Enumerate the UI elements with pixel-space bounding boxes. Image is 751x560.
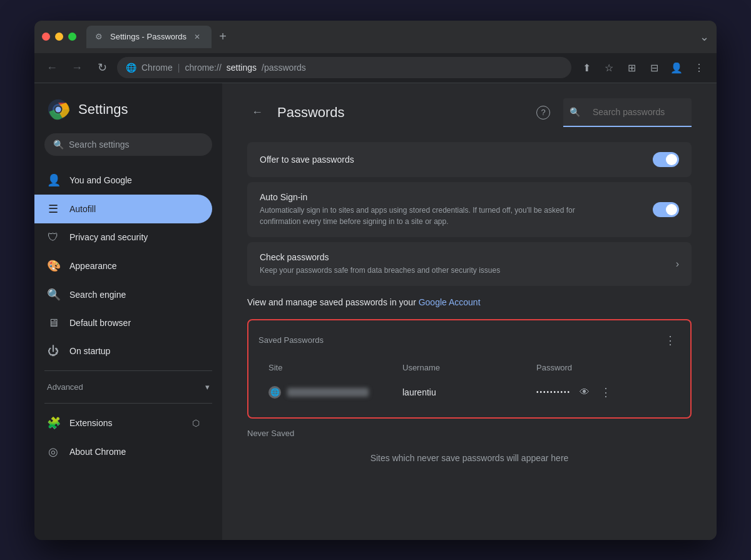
refresh-icon: ↻ bbox=[98, 61, 107, 74]
more-button[interactable]: ⋮ bbox=[689, 58, 709, 78]
password-row-more-button[interactable]: ⋮ bbox=[598, 385, 613, 400]
tab-bar: ⚙ Settings - Passwords ✕ + ⌄ bbox=[86, 26, 709, 48]
password-row-more-icon: ⋮ bbox=[600, 385, 611, 399]
never-saved-empty-text: Sites which never save passwords will ap… bbox=[247, 443, 692, 473]
google-account-link[interactable]: Google Account bbox=[419, 297, 481, 307]
window-controls bbox=[42, 33, 76, 41]
sidebar-item-appearance[interactable]: 🎨 Appearance bbox=[34, 252, 212, 280]
more-icon: ⋮ bbox=[694, 62, 704, 74]
sidebar-item-about-chrome[interactable]: ◎ About Chrome bbox=[34, 437, 212, 466]
saved-passwords-more-button[interactable]: ⋮ bbox=[660, 330, 680, 350]
url-bar[interactable]: 🌐 Chrome | chrome://settings/passwords bbox=[117, 57, 571, 78]
globe-icon: 🌐 bbox=[270, 388, 280, 397]
eye-icon: 👁 bbox=[580, 387, 590, 398]
sidebar-label-autofill: Autofill bbox=[69, 204, 96, 214]
sidebar-label-you-and-google: You and Google bbox=[69, 175, 132, 185]
site-column-header: Site bbox=[268, 363, 402, 372]
sidebar-label-appearance: Appearance bbox=[69, 261, 117, 271]
sidebar-item-extensions[interactable]: 🧩 Extensions ⬡ bbox=[34, 409, 212, 437]
page-title: Passwords bbox=[277, 104, 523, 121]
sidebar-item-on-startup[interactable]: ⏻ On startup bbox=[34, 337, 212, 365]
check-passwords-text: Check passwords Keep your passwords safe… bbox=[260, 252, 500, 276]
auto-signin-text: Auto Sign-in Automatically sign in to si… bbox=[260, 192, 604, 227]
url-settings: settings bbox=[227, 63, 257, 73]
user-icon: 👤 bbox=[47, 173, 59, 187]
bookmark-icon: ☆ bbox=[605, 62, 613, 74]
sidebar-item-you-and-google[interactable]: 👤 You and Google bbox=[34, 166, 212, 195]
check-passwords-desc: Keep your passwords safe from data breac… bbox=[260, 265, 500, 276]
toolbar-icons: ⬆ ☆ ⊞ ⊟ 👤 ⋮ bbox=[576, 58, 709, 78]
tab-close-button[interactable]: ✕ bbox=[192, 31, 203, 43]
sidebar-label-search-engine: Search engine bbox=[69, 290, 126, 300]
table-row[interactable]: 🌐 laurentiu •••••••••• 👁 bbox=[258, 377, 680, 407]
check-passwords-row[interactable]: Check passwords Keep your passwords safe… bbox=[247, 242, 692, 286]
back-to-autofill-button[interactable]: ← bbox=[247, 103, 267, 123]
advanced-label: Advanced bbox=[47, 382, 83, 392]
advanced-chevron-icon: ▾ bbox=[205, 382, 210, 392]
auto-signin-content: Auto Sign-in Automatically sign in to si… bbox=[260, 192, 679, 227]
sidebar-search[interactable]: 🔍 Search settings bbox=[44, 133, 212, 156]
search-placeholder: Search settings bbox=[69, 140, 130, 150]
offer-save-label: Offer to save passwords bbox=[260, 155, 354, 165]
offer-save-toggle[interactable] bbox=[653, 152, 679, 167]
maximize-dot[interactable] bbox=[68, 33, 76, 41]
never-saved-title: Never Saved bbox=[247, 429, 692, 438]
auto-signin-toggle[interactable] bbox=[653, 202, 679, 217]
new-tab-button[interactable]: + bbox=[214, 28, 232, 46]
auto-signin-desc: Automatically sign in to sites and apps … bbox=[260, 205, 604, 227]
url-text: chrome:// bbox=[185, 63, 221, 73]
username-value: laurentiu bbox=[402, 387, 436, 397]
tab-expand-button[interactable]: ⌄ bbox=[700, 30, 709, 44]
browser-window: ⚙ Settings - Passwords ✕ + ⌄ ← → ↻ 🌐 Chr… bbox=[34, 21, 717, 540]
sidebar-divider bbox=[44, 370, 212, 371]
help-button[interactable]: ? bbox=[533, 103, 553, 123]
search-passwords-icon: 🔍 bbox=[570, 107, 580, 117]
bookmark-button[interactable]: ☆ bbox=[599, 58, 619, 78]
tab-title: Settings - Passwords bbox=[110, 32, 186, 41]
sidebar-item-autofill[interactable]: ☰ Autofill bbox=[34, 195, 212, 223]
back-icon: ← bbox=[46, 61, 58, 74]
site-favicon: 🌐 bbox=[268, 386, 281, 399]
svg-point-3 bbox=[56, 106, 61, 112]
close-dot[interactable] bbox=[42, 33, 50, 41]
sidebar-item-privacy-security[interactable]: 🛡 Privacy and security bbox=[34, 223, 212, 252]
tab-search-button[interactable]: ⊞ bbox=[621, 58, 641, 78]
forward-button[interactable]: → bbox=[67, 58, 87, 78]
password-dots: •••••••••• bbox=[536, 389, 571, 395]
sidebar-item-search-engine[interactable]: 🔍 Search engine bbox=[34, 280, 212, 309]
active-tab[interactable]: ⚙ Settings - Passwords ✕ bbox=[86, 26, 212, 48]
external-link-icon: ⬡ bbox=[192, 418, 200, 428]
share-button[interactable]: ⬆ bbox=[576, 58, 596, 78]
check-passwords-content: Check passwords Keep your passwords safe… bbox=[260, 252, 679, 276]
auto-signin-row: Auto Sign-in Automatically sign in to si… bbox=[247, 182, 692, 237]
appearance-icon: 🎨 bbox=[47, 259, 59, 273]
default-browser-icon: 🖥 bbox=[47, 317, 59, 330]
sidebar-item-default-browser[interactable]: 🖥 Default browser bbox=[34, 309, 212, 337]
content-area: ← Passwords ? 🔍 Offer to save passwords bbox=[222, 83, 717, 540]
search-passwords-wrapper[interactable]: 🔍 bbox=[563, 98, 692, 127]
site-cell: 🌐 bbox=[268, 386, 402, 399]
sidebar-advanced-section[interactable]: Advanced ▾ bbox=[34, 376, 222, 398]
manage-link-text: View and manage saved passwords in your bbox=[247, 297, 419, 307]
split-view-icon: ⊟ bbox=[650, 62, 658, 74]
sidebar-label-about-chrome: About Chrome bbox=[69, 447, 126, 457]
username-column-header: Username bbox=[402, 363, 536, 372]
saved-passwords-section: Saved Passwords ⋮ Site Username Password bbox=[247, 319, 692, 419]
minimize-dot[interactable] bbox=[55, 33, 63, 41]
search-passwords-input[interactable] bbox=[585, 101, 685, 123]
split-view-button[interactable]: ⊟ bbox=[644, 58, 664, 78]
sidebar-label-on-startup: On startup bbox=[69, 346, 110, 356]
refresh-button[interactable]: ↻ bbox=[92, 58, 112, 78]
tab-search-icon: ⊞ bbox=[628, 62, 636, 74]
profile-button[interactable]: 👤 bbox=[667, 58, 687, 78]
passwords-table-header: Site Username Password bbox=[258, 358, 680, 377]
show-password-button[interactable]: 👁 bbox=[576, 384, 593, 401]
sidebar: Settings 🔍 Search settings 👤 You and Goo… bbox=[34, 83, 222, 540]
url-separator: | bbox=[178, 63, 180, 73]
chrome-logo bbox=[47, 98, 69, 121]
back-button[interactable]: ← bbox=[42, 58, 62, 78]
address-bar: ← → ↻ 🌐 Chrome | chrome://settings/passw… bbox=[34, 53, 717, 83]
on-startup-icon: ⏻ bbox=[47, 345, 59, 358]
sidebar-label-privacy-security: Privacy and security bbox=[69, 232, 148, 242]
passwords-page: ← Passwords ? 🔍 Offer to save passwords bbox=[222, 83, 717, 488]
